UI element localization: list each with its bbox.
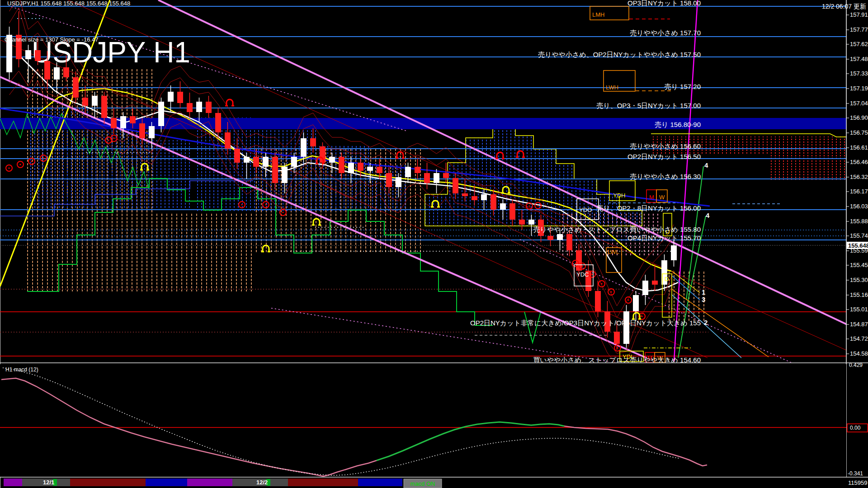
chart-object-box-label: YDC (576, 271, 589, 278)
macd-toggle-label[interactable]: macd ON (410, 480, 435, 487)
candle-body (63, 67, 69, 77)
candle-body (481, 194, 487, 200)
candle-body (671, 245, 677, 260)
chart-object-box-label: M (649, 194, 654, 201)
price-tick-label: 157.625 (850, 41, 868, 47)
session-segment (146, 479, 187, 486)
tick-counter: 115959 (848, 479, 867, 486)
candle-body (557, 234, 563, 240)
candle-body (462, 193, 468, 196)
candle-body (92, 96, 98, 106)
order-annotation: OP2日NYカット 156.50 (627, 153, 701, 160)
price-tick-label: 157.190 (850, 85, 868, 92)
current-price-label: 155.648 (848, 242, 868, 249)
signal-circle-dot-icon (617, 347, 618, 348)
candle-body (177, 92, 183, 103)
candle-body (472, 196, 477, 200)
candle-body (547, 236, 553, 240)
signal-circle-dot-icon (31, 160, 32, 162)
candle-body (652, 281, 658, 285)
order-annotation: OP2日NYカット非常に大きめ/OP3日NYカット/OP5日NYカット大きめ 1… (470, 319, 701, 327)
candle-body (82, 98, 88, 106)
order-annotation: 売り、OP2・8日NYカット 156.00 (596, 204, 701, 212)
session-segment (187, 479, 232, 486)
candle-body (206, 102, 212, 113)
candle-body (367, 167, 373, 171)
candle-body (215, 113, 221, 132)
session-segment (358, 479, 402, 486)
candle-body (614, 332, 620, 344)
signal-circle-dot-icon (108, 139, 109, 141)
candle-body (339, 157, 344, 173)
signal-circle-dot-icon (113, 137, 114, 139)
candle-body (453, 178, 458, 193)
signal-circle-dot-icon (528, 205, 530, 206)
channel-info: Channel size = 1307 Slope = -16.47 (5, 36, 98, 43)
candle-body (623, 311, 629, 344)
price-tick-label: 155.305 (850, 277, 868, 283)
candle-body (282, 167, 288, 183)
chart-object-box-label: LWH (606, 84, 618, 91)
signal-circle-dot-icon (42, 157, 44, 159)
candle-body (500, 203, 506, 210)
price-tick-label: 157.335 (850, 70, 868, 77)
chart-object-box-label: YDH (613, 192, 625, 199)
candle-body (253, 157, 259, 167)
title-bar: USDJPY,H1 155.648 155.648 155.648 155.64… (7, 0, 130, 7)
macd-panel-label: H1 macd (12) (5, 366, 38, 373)
price-tick-label: 155.740 (850, 232, 868, 239)
chart-object-box-label: YDO (579, 206, 592, 213)
mt4-chart-window: { "window": { "title_bar": "USDJPY,H1 15… (0, 0, 868, 488)
fan-number-label: 4 (706, 211, 710, 219)
last-updated: 12/2 06:07 更新 (822, 3, 866, 10)
candle-body (424, 173, 430, 183)
candle-body (377, 167, 382, 173)
candle-body (301, 138, 307, 157)
price-tick-label: 157.045 (850, 100, 868, 107)
session-segment (4, 479, 22, 486)
candle-body (44, 61, 50, 80)
candle-body (25, 50, 31, 59)
price-tick-label: 156.610 (850, 144, 868, 151)
signal-circle-dot-icon (610, 291, 612, 292)
candle-body (35, 50, 41, 61)
price-tick-label: 155.885 (850, 218, 868, 225)
session-segment (288, 479, 358, 486)
chart-object-box-label: D (665, 276, 669, 282)
candle-body (187, 103, 193, 112)
macd-scale-bottom: -0.341 (848, 470, 863, 477)
chart-object-box-label: W (659, 194, 665, 201)
candle-body (291, 157, 297, 167)
order-annotation: 売り 156.80-90 (655, 121, 701, 128)
candle-body (633, 295, 639, 311)
signal-circle-dot-icon (241, 204, 242, 205)
signal-circle-dot-icon (537, 205, 538, 206)
session-segment (70, 479, 146, 486)
order-annotation: 売りやや小さめ 157.70 (630, 29, 701, 37)
candle-body (263, 157, 269, 167)
signal-circle-dot-icon (581, 265, 583, 267)
price-tick-label: 156.465 (850, 159, 868, 165)
fan-number-label: 1 (702, 288, 705, 296)
candle-body (196, 102, 202, 112)
candle-body (642, 281, 648, 295)
candle-body (225, 132, 231, 149)
chart-object-box-label: LWL (608, 249, 619, 255)
candle-body (272, 157, 278, 183)
order-annotation: 売り、OP3・5日NYカット 157.00 (596, 102, 701, 109)
fan-number-label: 3 (702, 296, 705, 303)
price-tick-label: 154.870 (850, 321, 868, 328)
price-tick-label: 155.450 (850, 262, 868, 268)
candle-body (149, 126, 155, 138)
price-tick-label: 156.030 (850, 203, 868, 210)
order-annotation: 売りやや小さめ 156.60 (630, 142, 701, 150)
fan-number-label: 4 (704, 161, 708, 169)
price-tick-label: 156.175 (850, 188, 868, 195)
order-annotation: OP4日NYカット 155.70 (627, 234, 701, 242)
candle-body (528, 220, 534, 225)
candle-body (509, 203, 515, 220)
chart-canvas[interactable]: USDJPY H1 LMHLWHYDHMWYDOLWLYDCDDYDLMW OP… (0, 0, 868, 488)
order-annotation: OP3日NYカット 158.00 (627, 0, 701, 7)
macd-scale-top: 0.429 (849, 362, 863, 368)
macd-scale-zero: 0.00 (850, 425, 861, 431)
